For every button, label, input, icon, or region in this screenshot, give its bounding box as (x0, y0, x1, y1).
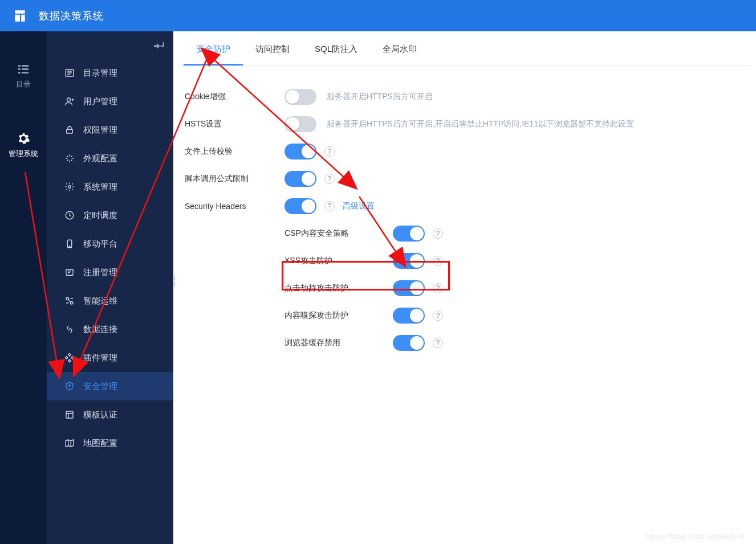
sidebar-item-label: 目录管理 (83, 68, 117, 79)
setting-label: HSTS设置 (185, 119, 284, 129)
tab-access-control[interactable]: 访问控制 (243, 31, 302, 66)
sidebar-item-security[interactable]: 安全管理 (47, 372, 173, 400)
help-icon[interactable]: ? (433, 228, 443, 239)
sidebar-item-template[interactable]: 模板认证 (47, 400, 173, 429)
sidebar-item-users[interactable]: 用户管理 (47, 87, 173, 116)
help-icon[interactable]: ? (433, 310, 443, 321)
template-icon (64, 409, 75, 420)
svg-rect-1 (22, 65, 29, 67)
toggle-cache[interactable] (393, 335, 425, 351)
mobile-icon (64, 238, 75, 249)
toggle-script[interactable] (284, 171, 316, 187)
topbar: 数据决策系统 (0, 0, 756, 31)
svg-rect-13 (66, 269, 73, 276)
setting-row-upload: 文件上传校验 ? (185, 138, 751, 165)
sidebar-item-system[interactable]: 系统管理 (47, 173, 173, 201)
toggle-cookie[interactable] (284, 89, 316, 105)
ops-icon (64, 295, 75, 306)
setting-label: 文件上传校验 (185, 146, 284, 157)
setting-row-hsts: HSTS设置 服务器开启HTTPS后方可开启,开启后将禁止HTTP访问,IE11… (185, 111, 751, 138)
help-icon[interactable]: ? (324, 146, 335, 157)
sidebar-item-permissions[interactable]: 权限管理 (47, 116, 173, 144)
sidebar-item-mobile[interactable]: 移动平台 (47, 230, 173, 258)
sidebar-item-appearance[interactable]: 外观配置 (47, 144, 173, 173)
setting-row-script: 脚本调用公式限制 ? (185, 165, 751, 193)
sidebar-item-label: 权限管理 (83, 125, 117, 136)
pin-icon[interactable] (154, 39, 165, 51)
svg-rect-8 (67, 129, 73, 133)
toggle-hsts[interactable] (284, 116, 316, 132)
resize-handle-icon[interactable] (173, 276, 176, 286)
svg-rect-5 (22, 72, 29, 73)
sidebar-item-label: 智能运维 (83, 296, 117, 306)
sidebar-item-ops[interactable]: 智能运维 (47, 287, 173, 315)
sidebar-item-label: 用户管理 (83, 96, 117, 107)
sidebar-item-data-connection[interactable]: 数据连接 (47, 315, 173, 343)
app-logo-icon (11, 7, 29, 24)
tab-sql-injection[interactable]: SQL防注入 (302, 31, 370, 66)
sidebar-item-label: 定时调度 (83, 210, 117, 221)
rail-item-directory[interactable]: 目录 (0, 54, 47, 101)
setting-sublabel: 浏览器缓存禁用 (284, 338, 393, 348)
watermark-text: https://blog.csdn.net/lee576 (646, 532, 745, 541)
advanced-settings-link[interactable]: 高级设置 (343, 201, 375, 211)
sidebar-item-label: 安全管理 (83, 381, 117, 392)
help-icon[interactable]: ? (433, 338, 443, 348)
plugin-icon (64, 352, 75, 363)
sidebar-item-label: 外观配置 (83, 153, 117, 164)
list-icon (17, 62, 30, 76)
svg-point-12 (69, 246, 70, 247)
toggle-security-headers[interactable] (284, 198, 316, 214)
help-icon[interactable]: ? (324, 174, 335, 184)
rail-label: 目录 (16, 79, 31, 89)
content-area: 安全防护 访问控制 SQL防注入 全局水印 Cookie增强 服务器开启HTTP… (173, 31, 756, 544)
sidebar-item-label: 数据连接 (83, 324, 117, 335)
svg-point-7 (67, 98, 71, 101)
help-icon[interactable]: ? (324, 201, 335, 211)
clock-icon (64, 210, 75, 221)
tab-label: 安全防护 (196, 44, 230, 54)
setting-sublabel: CSP内容安全策略 (284, 228, 393, 239)
sidebar-item-label: 移动平台 (83, 239, 117, 249)
toggle-csp[interactable] (393, 226, 425, 242)
setting-row-security-headers: Security Headers ? 高级设置 (185, 193, 751, 220)
setting-row-csp: CSP内容安全策略 ? (185, 220, 751, 247)
sidebar-item-label: 注册管理 (83, 267, 117, 278)
setting-label: Security Headers (185, 202, 284, 211)
nav-rail: 目录 管理系统 (0, 31, 47, 544)
lock-icon (64, 124, 75, 136)
app-title: 数据决策系统 (39, 9, 104, 23)
rail-item-management[interactable]: 管理系统 (0, 124, 47, 170)
setting-desc: 服务器开启HTTPS后方可开启 (327, 92, 433, 102)
svg-rect-4 (18, 72, 21, 73)
annotation-highlight-box (282, 261, 450, 291)
sidebar-item-plugins[interactable]: 插件管理 (47, 343, 173, 372)
sidebar-item-map[interactable]: 地图配置 (47, 429, 173, 457)
settings-panel: Cookie增强 服务器开启HTTPS后方可开启 HSTS设置 服务器开启HTT… (173, 66, 756, 361)
rail-label: 管理系统 (9, 149, 38, 159)
map-icon (64, 437, 75, 449)
tab-label: 全局水印 (383, 44, 417, 54)
setting-desc: 服务器开启HTTPS后方可开启,开启后将禁止HTTP访问,IE11以下浏览器暂不… (327, 119, 634, 129)
sidebar-item-schedule[interactable]: 定时调度 (47, 201, 173, 230)
setting-label: 脚本调用公式限制 (185, 174, 284, 184)
sidebar-item-directory[interactable]: 目录管理 (47, 59, 173, 87)
setting-row-clickjacking: 点击劫持攻击防护 ? (185, 275, 751, 302)
settings-icon (64, 181, 75, 193)
svg-rect-16 (66, 411, 73, 418)
setting-sublabel: 内容嗅探攻击防护 (284, 310, 393, 321)
palette-icon (64, 153, 75, 164)
toggle-upload[interactable] (284, 144, 316, 159)
tab-global-watermark[interactable]: 全局水印 (370, 31, 429, 66)
link-icon (64, 324, 75, 335)
svg-rect-3 (22, 68, 29, 70)
register-icon (64, 267, 75, 278)
sidebar: 目录管理 用户管理 权限管理 外观配置 系统管理 定时调度 移动平台 注册管理 … (47, 31, 173, 544)
toggle-sniffing[interactable] (393, 308, 425, 324)
sidebar-item-label: 模板认证 (83, 410, 117, 420)
svg-point-9 (68, 186, 71, 189)
setting-row-xss: XSS攻击防护 ? (185, 247, 751, 275)
sidebar-item-register[interactable]: 注册管理 (47, 258, 173, 287)
tab-security-protection[interactable]: 安全防护 (184, 31, 243, 66)
gear-icon (17, 132, 30, 145)
